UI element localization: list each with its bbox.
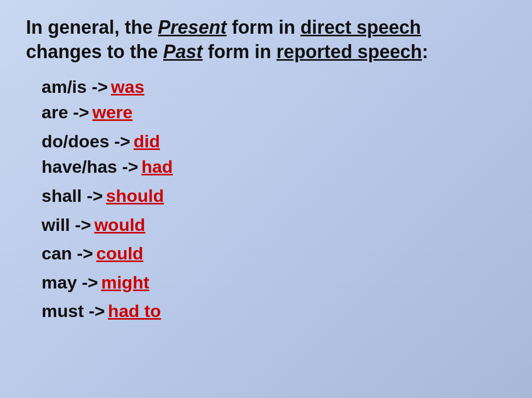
pair-row-shall: shall -> should [42, 184, 506, 209]
past-had-to: had to [108, 299, 161, 324]
original-will: will -> [42, 213, 91, 238]
original-can: can -> [42, 241, 93, 266]
past-could: could [96, 241, 143, 266]
pair-row-may: may -> might [42, 270, 506, 295]
direct-speech: direct speech [300, 17, 421, 38]
intro-text: In general, the Present form in direct s… [26, 16, 506, 64]
past-might: might [101, 270, 150, 295]
slide: In general, the Present form in direct s… [0, 0, 532, 398]
pair-row-am-is: am/is -> was [42, 75, 506, 100]
pairs-container: am/is -> was are -> were do/does -> did … [26, 75, 506, 324]
original-may: may -> [42, 270, 98, 295]
pair-row-have-has: have/has -> had [42, 155, 506, 180]
past-would: would [94, 213, 145, 238]
past-word: Past [163, 41, 203, 62]
reported-speech: reported speech [276, 41, 422, 62]
past-should: should [106, 184, 164, 209]
intro-line1-suffix: form in [227, 17, 300, 38]
original-do-does: do/does -> [42, 129, 130, 154]
past-did: did [134, 129, 160, 154]
pair-row-must: must -> had to [42, 299, 506, 324]
intro-line2-suffix: form in [203, 41, 276, 62]
present-word: Present [158, 17, 227, 38]
pair-row-will: will -> would [42, 213, 506, 238]
original-have-has: have/has -> [42, 155, 138, 180]
pair-row-do-does: do/does -> did [42, 129, 506, 154]
intro-line2-prefix: changes to the [26, 41, 163, 62]
original-am-is: am/is -> [42, 75, 108, 100]
original-are: are -> [42, 100, 89, 125]
colon: : [422, 41, 428, 62]
original-shall: shall -> [42, 184, 103, 209]
intro-line1-prefix: In general, the [26, 17, 158, 38]
past-were: were [92, 100, 133, 125]
pair-row-are: are -> were [42, 100, 506, 125]
past-was: was [111, 75, 144, 100]
original-must: must -> [42, 299, 105, 324]
past-had: had [141, 155, 172, 180]
pair-row-can: can -> could [42, 241, 506, 266]
